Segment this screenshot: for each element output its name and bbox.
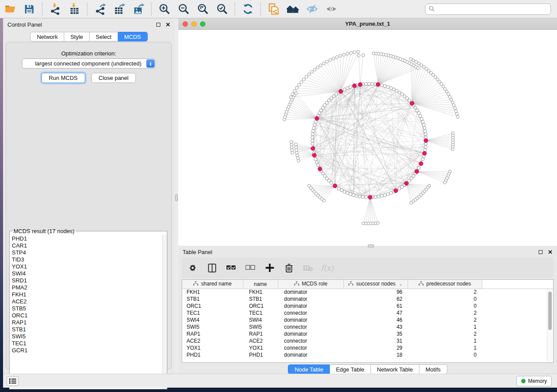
- table-cell[interactable]: 1: [408, 344, 482, 351]
- run-mcds-button[interactable]: Run MCDS: [42, 73, 85, 83]
- table-cell[interactable]: 31: [343, 337, 408, 344]
- table-cell[interactable]: dominator: [278, 296, 343, 303]
- mcds-result-item[interactable]: RAP1: [12, 319, 167, 326]
- import-network-button[interactable]: [48, 3, 62, 16]
- close-panel-icon[interactable]: ✕: [548, 249, 553, 255]
- refresh-button[interactable]: [241, 3, 254, 16]
- birdseye-button[interactable]: [286, 3, 299, 16]
- delete-column-button[interactable]: [284, 263, 294, 273]
- table-cell[interactable]: 18: [343, 351, 408, 358]
- select-all-rows-button[interactable]: [226, 263, 236, 273]
- column-header-mcds-role[interactable]: MCDS role: [278, 280, 343, 289]
- table-row[interactable]: SWI5SWI5connector431: [182, 323, 553, 330]
- table-cell[interactable]: connector: [278, 337, 343, 344]
- mcds-result-item[interactable]: SWI4: [12, 270, 167, 277]
- mcds-result-item[interactable]: STB1: [12, 326, 167, 333]
- table-cell[interactable]: 1: [408, 337, 482, 344]
- save-session-button[interactable]: [23, 3, 36, 16]
- export-image-button[interactable]: [132, 3, 145, 16]
- table-cell[interactable]: PHD1: [243, 351, 278, 358]
- mcds-result-item[interactable]: STB5: [12, 305, 167, 312]
- table-cell[interactable]: ACE2: [182, 337, 243, 344]
- horizontal-splitter-grip[interactable]: [368, 244, 374, 248]
- table-cell[interactable]: 0: [408, 351, 482, 358]
- tab-network-table[interactable]: Network Table: [371, 364, 419, 374]
- table-cell[interactable]: 35: [343, 330, 408, 337]
- table-row[interactable]: STB1STB1dominator620: [182, 296, 553, 303]
- table-row[interactable]: TEC1TEC1connector472: [182, 309, 553, 316]
- table-cell[interactable]: STB1: [182, 296, 243, 303]
- table-cell[interactable]: RAP1: [243, 330, 278, 337]
- mcds-result-item[interactable]: YOX1: [12, 263, 167, 270]
- table-cell[interactable]: FKH1: [182, 289, 243, 296]
- table-row[interactable]: ACE2ACE2connector311: [182, 337, 553, 344]
- table-cell[interactable]: connector: [278, 323, 343, 330]
- import-table-button[interactable]: [68, 3, 81, 16]
- show-panels-button[interactable]: [325, 3, 338, 16]
- table-cell[interactable]: connector: [278, 309, 343, 316]
- search-input[interactable]: [437, 6, 547, 12]
- table-cell[interactable]: ORC1: [182, 303, 243, 309]
- create-column-button[interactable]: [265, 263, 274, 273]
- deselect-all-rows-button[interactable]: [246, 263, 255, 273]
- hide-panels-button[interactable]: [305, 3, 318, 16]
- table-cell[interactable]: 0: [408, 303, 482, 309]
- mcds-list-scrollbar[interactable]: [162, 234, 167, 389]
- table-scrollbar[interactable]: [547, 289, 553, 362]
- table-cell[interactable]: STB1: [243, 296, 278, 303]
- table-row[interactable]: ORC1ORC1dominator610: [182, 303, 553, 309]
- table-cell[interactable]: TEC1: [182, 309, 243, 316]
- mcds-result-item[interactable]: ACE2: [12, 298, 167, 305]
- table-settings-button[interactable]: [188, 263, 197, 273]
- column-header-shared-name[interactable]: shared name: [182, 280, 243, 289]
- export-table-button[interactable]: [113, 3, 126, 16]
- column-header-predecessor-nodes[interactable]: predecessor nodes: [408, 280, 482, 289]
- tab-node-table[interactable]: Node Table: [288, 364, 330, 374]
- mcds-result-item[interactable]: PHD1: [12, 235, 167, 242]
- zoom-out-button[interactable]: [177, 3, 190, 16]
- table-cell[interactable]: 46: [343, 316, 408, 323]
- column-header-name[interactable]: name: [243, 280, 278, 289]
- table-cell[interactable]: 29: [343, 344, 408, 351]
- table-row[interactable]: SWI4SWI4dominator462: [182, 316, 553, 323]
- table-cell[interactable]: SWI5: [243, 323, 278, 330]
- table-cell[interactable]: dominator: [278, 330, 343, 337]
- table-row[interactable]: YOX1YOX1connector291: [182, 344, 553, 351]
- table-row[interactable]: PHD1PHD1dominator180: [182, 351, 553, 358]
- table-cell[interactable]: 96: [343, 289, 408, 296]
- tab-style[interactable]: Style: [64, 32, 90, 41]
- tab-network[interactable]: Network: [30, 32, 64, 41]
- clone-network-button[interactable]: [267, 3, 280, 16]
- splitter-grip[interactable]: [175, 194, 178, 201]
- mcds-result-item[interactable]: CAR1: [12, 242, 167, 249]
- table-cell[interactable]: 2: [408, 316, 482, 323]
- close-panel-icon[interactable]: ✕: [166, 22, 170, 28]
- memory-button[interactable]: Memory: [516, 376, 552, 386]
- table-cell[interactable]: 2: [408, 289, 482, 296]
- mcds-result-list[interactable]: PHD1CAR1STP4TID3YOX1SWI4SRD1PMA2FKH1ACE2…: [10, 234, 167, 389]
- vertical-splitter[interactable]: [175, 18, 178, 374]
- table-cell[interactable]: 2: [408, 330, 482, 337]
- table-cell[interactable]: 2: [408, 309, 482, 316]
- table-cell[interactable]: PHD1: [182, 351, 243, 358]
- tab-mcds[interactable]: MCDS: [118, 32, 147, 41]
- mcds-result-item[interactable]: TEC1: [12, 340, 167, 347]
- table-cell[interactable]: TEC1: [243, 309, 278, 316]
- column-header-successor-nodes[interactable]: successor nodes⌄: [343, 280, 408, 289]
- table-cell[interactable]: connector: [278, 344, 343, 351]
- table-cell[interactable]: dominator: [278, 303, 343, 309]
- table-cell[interactable]: SWI4: [182, 316, 243, 323]
- table-cell[interactable]: YOX1: [243, 344, 278, 351]
- zoom-in-button[interactable]: [158, 3, 171, 16]
- task-history-button[interactable]: [7, 376, 19, 386]
- table-cell[interactable]: dominator: [278, 316, 343, 323]
- search-field[interactable]: [425, 3, 551, 15]
- export-network-button[interactable]: [93, 3, 107, 16]
- table-cell[interactable]: SWI5: [182, 323, 243, 330]
- mcds-result-item[interactable]: TID3: [12, 256, 167, 263]
- float-window-icon[interactable]: [156, 23, 160, 27]
- mcds-result-item[interactable]: PMA2: [12, 284, 167, 291]
- zoom-fit-button[interactable]: [196, 3, 209, 16]
- tab-motifs[interactable]: Motifs: [419, 364, 447, 374]
- close-panel-button[interactable]: Close panel: [91, 73, 136, 83]
